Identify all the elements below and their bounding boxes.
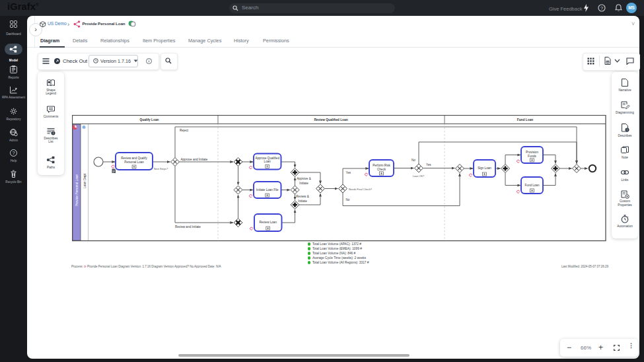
svg-text:Check: Check [377,168,386,171]
svg-text:Personal Loan: Personal Loan [124,161,144,164]
svg-text:?: ? [600,5,603,11]
svg-text:i: i [53,131,54,135]
svg-text:Review Loan: Review Loan [259,221,277,224]
svg-text:No: No [411,159,415,162]
svg-text:Review and Initiate: Review and Initiate [175,225,201,229]
svg-text:Loan Dept: Loan Dept [83,173,87,188]
svg-text:Review &: Review & [296,195,308,198]
svg-text:Reject: Reject [180,129,189,132]
svg-text:Approve &: Approve & [297,177,310,180]
svg-text:Yes: Yes [346,171,351,174]
svg-text:Initiate: Initiate [298,199,307,203]
svg-text:Next Steps?: Next Steps? [154,167,168,170]
svg-text:Loan OK?: Loan OK? [413,174,425,178]
svg-text:Review and Qualify: Review and Qualify [121,157,147,160]
svg-text:Initiate: Initiate [299,182,308,185]
svg-text:Perform Risk: Perform Risk [373,164,390,167]
svg-text:Approve Qualified: Approve Qualified [255,157,279,160]
svg-text:Review Qualified Loan: Review Qualified Loan [314,118,347,122]
svg-text:Provision: Provision [526,151,538,154]
svg-text:Approve and Initiate: Approve and Initiate [181,158,208,161]
svg-text:Sign Loan: Sign Loan [478,166,491,170]
svg-text:Qualify Loan: Qualify Loan [139,118,159,122]
svg-text:Fund Loan: Fund Loan [517,118,534,122]
svg-text:i: i [627,127,627,131]
svg-text:Needs Final Check?: Needs Final Check? [349,188,373,191]
svg-text:Initiate Loan File: Initiate Loan File [256,188,279,192]
svg-text:Loan: Loan [264,160,271,163]
svg-text:?: ? [12,150,15,156]
svg-text:Funds: Funds [528,155,536,158]
svg-text:Provide Personal Loan: Provide Personal Loan [75,174,79,206]
svg-text:Fund Loan: Fund Loan [525,184,540,187]
svg-text:No: No [346,198,350,201]
svg-text:Yes: Yes [426,163,431,166]
